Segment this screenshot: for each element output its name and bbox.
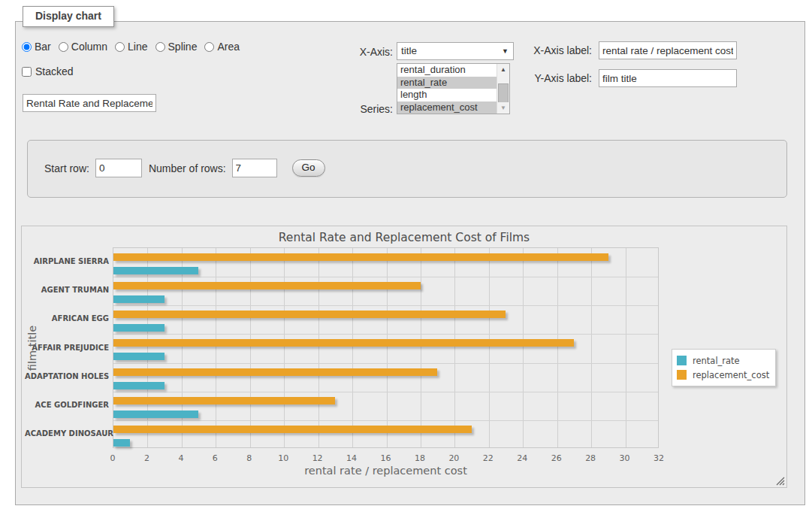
chart-type-radio-line[interactable]: Line [115, 41, 147, 53]
series-options: rental_durationrental_ratelengthreplacem… [397, 64, 497, 114]
gridline [113, 420, 658, 421]
x-tick-label: 16 [381, 453, 391, 463]
gridline [421, 248, 421, 447]
bar-rental_rate-academy-dinosaur [113, 439, 130, 447]
x-tick-label: 8 [246, 453, 252, 463]
x-tick-label: 0 [110, 453, 116, 463]
x-tick-label: 6 [213, 453, 218, 463]
chart-type-radio-column[interactable]: Column [59, 41, 107, 53]
x-tick-label: 26 [551, 453, 562, 463]
bar-rental_rate-agent-truman [113, 295, 165, 303]
x-tick-label: 14 [346, 453, 357, 463]
radio-label: Line [128, 41, 147, 53]
chart-title-input[interactable] [23, 94, 156, 112]
gridline [626, 248, 626, 447]
row-range-panel: Start row: Number of rows: Go [27, 140, 787, 198]
series-option-rental_rate[interactable]: rental_rate [397, 77, 497, 89]
resize-handle-icon[interactable] [776, 477, 785, 486]
x-tick-label: 30 [620, 453, 630, 463]
start-row-label: Start row: [44, 162, 89, 174]
gridline [113, 392, 658, 392]
radio-line[interactable] [115, 42, 125, 52]
gridline [454, 248, 455, 447]
go-button[interactable]: Go [292, 159, 325, 177]
chart-type-radio-spline[interactable]: Spline [155, 41, 198, 53]
radio-spline[interactable] [155, 42, 165, 52]
gridline [250, 248, 251, 447]
chart-panel: Rental Rate and Replacement Cost of Film… [21, 226, 787, 488]
scroll-up-icon[interactable]: ▲ [497, 64, 509, 75]
chevron-down-icon: ▼ [502, 43, 509, 60]
fieldset-legend: Display chart [23, 6, 114, 27]
series-option-rental_duration[interactable]: rental_duration [397, 64, 497, 77]
gridline [113, 305, 658, 306]
bar-rental_rate-airplane-sierra [113, 267, 198, 274]
chart-type-radio-area[interactable]: Area [204, 41, 240, 53]
bar-replacement_cost-agent-truman [113, 282, 421, 289]
stacked-checkbox[interactable] [22, 67, 32, 77]
radio-label: Bar [35, 41, 51, 53]
radio-bar[interactable] [22, 42, 32, 52]
radio-area[interactable] [204, 42, 214, 52]
x-tick-label: 28 [585, 453, 596, 463]
legend-swatch-icon [677, 370, 687, 380]
bar-rental_rate-african-egg [113, 324, 165, 332]
gridline [591, 248, 592, 447]
x-tick-label: 4 [178, 453, 183, 463]
gridline [523, 248, 524, 447]
stacked-checkbox-row[interactable]: Stacked [22, 65, 74, 77]
bar-replacement_cost-african-egg [113, 311, 506, 318]
series-multiselect[interactable]: rental_durationrental_ratelengthreplacem… [397, 63, 510, 114]
bar-rental_rate-ace-goldfinger [113, 411, 198, 418]
scrollbar[interactable]: ▲ ▼ [497, 64, 509, 114]
legend-label: rental_rate [693, 356, 740, 366]
y-axis-label-input[interactable] [599, 69, 737, 87]
category-label: AIRPLANE SIERRA [25, 257, 109, 265]
chart-title: Rental Rate and Replacement Cost of Film… [22, 231, 786, 244]
scroll-down-icon[interactable]: ▼ [497, 102, 509, 114]
x-axis-title: rental rate / replacement cost [113, 465, 659, 477]
bar-replacement_cost-academy-dinosaur [113, 426, 472, 433]
radio-column[interactable] [59, 42, 68, 52]
x-axis-select[interactable]: title ▼ [397, 42, 514, 60]
bar-replacement_cost-adaptation-holes [113, 368, 437, 376]
gridline [284, 248, 285, 447]
bar-rental_rate-affair-prejudice [113, 353, 165, 360]
x-axis-label-input[interactable] [599, 41, 737, 59]
start-row-input[interactable] [95, 159, 142, 177]
legend-swatch-icon [677, 356, 687, 365]
bar-replacement_cost-ace-goldfinger [113, 397, 335, 404]
x-tick-label: 24 [517, 453, 527, 463]
radio-label: Spline [168, 41, 198, 53]
chart-type-radio-group: BarColumnLineSplineArea [22, 41, 244, 53]
x-tick-label: 12 [312, 453, 323, 463]
gridline [216, 248, 216, 447]
chart-legend: rental_ratereplacement_cost [672, 349, 776, 386]
legend-label: replacement_cost [693, 370, 769, 380]
x-axis-select-value: title [401, 45, 417, 56]
gridline [489, 248, 490, 447]
series-option-replacement_cost[interactable]: replacement_cost [397, 101, 497, 114]
x-axis-label-label: X-Axis label: [518, 44, 592, 56]
bar-rental_rate-adaptation-holes [113, 382, 165, 389]
series-option-length[interactable]: length [397, 89, 497, 101]
scrollbar-thumb[interactable] [498, 83, 509, 103]
go-button-label: Go [302, 162, 315, 173]
series-label: Series: [327, 103, 393, 115]
x-tick-label: 2 [144, 453, 149, 463]
bar-replacement_cost-affair-prejudice [113, 339, 574, 347]
legend-entry-rental_rate: rental_rate [677, 353, 769, 368]
num-rows-input[interactable] [232, 159, 277, 177]
gridline [352, 248, 353, 447]
plot-area [113, 247, 659, 448]
gridline [113, 277, 658, 277]
num-rows-label: Number of rows: [149, 162, 226, 174]
gridline [113, 334, 658, 335]
x-tick-label: 22 [483, 453, 494, 463]
radio-label: Column [71, 41, 107, 53]
y-axis-label-label: Y-Axis label: [518, 72, 592, 84]
gridline [318, 248, 319, 447]
chart-type-radio-bar[interactable]: Bar [22, 41, 51, 53]
x-tick-label: 20 [448, 453, 459, 463]
stacked-label: Stacked [35, 65, 74, 77]
